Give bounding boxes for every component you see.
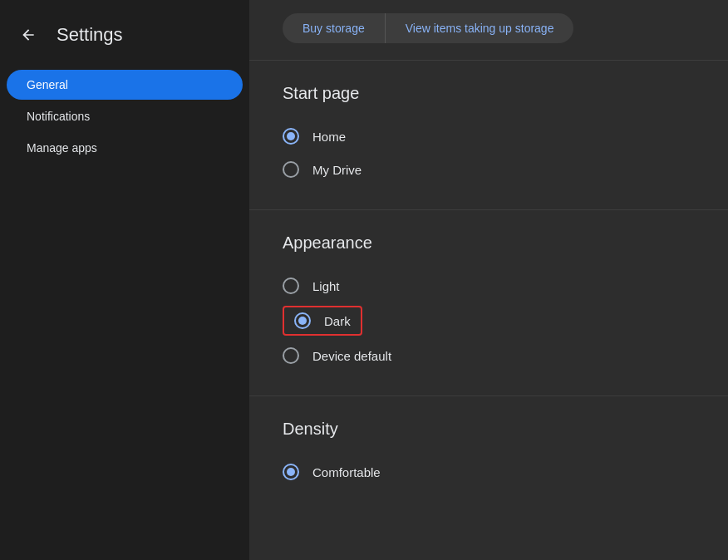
appearance-title: Appearance (283, 233, 695, 253)
radio-device-default[interactable]: Device default (283, 339, 695, 372)
radio-dark-indicator (294, 312, 311, 329)
radio-home[interactable]: Home (283, 120, 695, 153)
sidebar-item-manage-apps[interactable]: Manage apps (7, 133, 243, 163)
radio-comfortable-indicator (283, 464, 299, 480)
density-title: Density (283, 420, 695, 439)
view-items-button[interactable]: View items taking up storage (386, 13, 574, 43)
sidebar-nav: General Notifications Manage apps (0, 70, 249, 163)
start-page-section: Start page Home My Drive (249, 61, 728, 210)
radio-home-label: Home (312, 130, 346, 144)
radio-my-drive-indicator (283, 161, 299, 178)
buy-storage-button[interactable]: Buy storage (283, 13, 386, 43)
radio-home-indicator (283, 128, 299, 145)
radio-light[interactable]: Light (283, 269, 695, 302)
radio-device-default-label: Device default (312, 349, 391, 363)
sidebar-item-notifications[interactable]: Notifications (7, 101, 243, 131)
radio-dark-label: Dark (324, 314, 351, 328)
sidebar-item-general[interactable]: General (7, 70, 243, 100)
main-content: Buy storage View items taking up storage… (249, 0, 728, 560)
page-title: Settings (57, 24, 123, 46)
back-button[interactable] (13, 20, 43, 50)
radio-dark-highlighted[interactable]: Dark (283, 306, 362, 336)
appearance-section: Appearance Light Dark Device default (249, 210, 728, 396)
sidebar-header: Settings (0, 13, 249, 70)
radio-light-label: Light (312, 279, 340, 293)
radio-light-indicator (283, 278, 299, 294)
start-page-title: Start page (283, 84, 695, 103)
radio-comfortable[interactable]: Comfortable (283, 455, 695, 489)
radio-device-default-indicator (283, 347, 299, 364)
density-section: Density Comfortable (249, 396, 728, 512)
radio-my-drive[interactable]: My Drive (283, 153, 695, 186)
sidebar: Settings General Notifications Manage ap… (0, 0, 249, 560)
radio-my-drive-label: My Drive (312, 163, 362, 177)
storage-buttons-row: Buy storage View items taking up storage (249, 0, 728, 61)
radio-comfortable-label: Comfortable (312, 465, 381, 479)
